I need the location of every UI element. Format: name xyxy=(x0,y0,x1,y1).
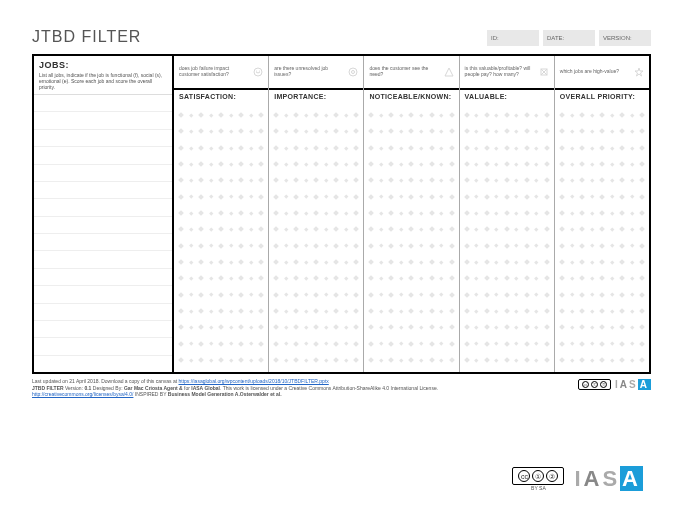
score-columns: does job failure impact customer satisfa… xyxy=(174,56,649,372)
cc-badge-small: cc①② xyxy=(578,379,611,390)
jobs-row[interactable] xyxy=(34,165,172,182)
column-heading: VALUABLE: xyxy=(460,88,554,103)
column-heading: SATISFACTION: xyxy=(174,88,268,103)
jobs-row[interactable] xyxy=(34,304,172,321)
license-link[interactable]: http://creativecommons.org/licenses/bysa… xyxy=(32,391,133,397)
jobs-rows[interactable] xyxy=(34,95,172,372)
score-column: are there unresolved job issues?IMPORTAN… xyxy=(269,56,364,372)
svg-point-4 xyxy=(352,71,355,74)
jobs-instruction: List all jobs, indicate if the job is fu… xyxy=(39,72,167,90)
column-question: does job failure impact customer satisfa… xyxy=(179,66,249,78)
footer-updated: Last updated on 21 April 2018. Download … xyxy=(32,378,179,384)
jobs-row[interactable] xyxy=(34,251,172,268)
column-heading: OVERALL PRIORITY: xyxy=(555,88,649,103)
jobs-row[interactable] xyxy=(34,147,172,164)
column-icon xyxy=(348,67,358,77)
jobs-row[interactable] xyxy=(34,112,172,129)
jobs-row[interactable] xyxy=(34,95,172,112)
jobs-row[interactable] xyxy=(34,182,172,199)
column-icon xyxy=(634,67,644,77)
jobs-row[interactable] xyxy=(34,269,172,286)
cc-badge-large: cc①② BY SA xyxy=(512,467,564,491)
version-field[interactable]: VERSION: xyxy=(599,30,651,46)
jtbd-canvas: JOBS: List all jobs, indicate if the job… xyxy=(32,54,651,374)
column-question: is this valuable/profitable? will people… xyxy=(465,66,535,78)
id-field[interactable]: ID: xyxy=(487,30,539,46)
column-question: which jobs are high-value? xyxy=(560,69,619,75)
column-icon xyxy=(253,67,263,77)
jobs-row[interactable] xyxy=(34,338,172,355)
jobs-row[interactable] xyxy=(34,130,172,147)
score-column: does job failure impact customer satisfa… xyxy=(174,56,269,372)
score-grid[interactable] xyxy=(460,103,554,372)
jobs-row[interactable] xyxy=(34,217,172,234)
footer: Last updated on 21 April 2018. Download … xyxy=(32,378,651,398)
svg-point-0 xyxy=(254,68,262,76)
score-column: which jobs are high-value?OVERALL PRIORI… xyxy=(555,56,649,372)
column-heading: IMPORTANCE: xyxy=(269,88,363,103)
svg-point-1 xyxy=(256,71,257,72)
jobs-row[interactable] xyxy=(34,321,172,338)
download-link[interactable]: https://iasaglobal.org/wpcontent/uploads… xyxy=(179,378,329,384)
jobs-column: JOBS: List all jobs, indicate if the job… xyxy=(34,56,174,372)
footer-text: Last updated on 21 April 2018. Download … xyxy=(32,378,438,398)
column-heading: NOTICEABLE/KNOWN: xyxy=(364,88,458,103)
score-grid[interactable] xyxy=(364,103,458,372)
footer-name: JTBD FILTER xyxy=(32,385,64,391)
iasa-logo-large: IASA xyxy=(574,466,643,492)
score-grid[interactable] xyxy=(174,103,268,372)
svg-point-2 xyxy=(259,71,260,72)
jobs-row[interactable] xyxy=(34,356,172,372)
svg-point-3 xyxy=(349,68,357,76)
iasa-logo-small: IASA xyxy=(615,378,651,391)
jobs-row[interactable] xyxy=(34,199,172,216)
jobs-row[interactable] xyxy=(34,234,172,251)
column-question: does the customer see the need? xyxy=(369,66,439,78)
score-column: does the customer see the need?NOTICEABL… xyxy=(364,56,459,372)
score-grid[interactable] xyxy=(269,103,363,372)
column-icon xyxy=(539,67,549,77)
date-field[interactable]: DATE: xyxy=(543,30,595,46)
score-grid[interactable] xyxy=(555,103,649,372)
column-question: are there unresolved job issues? xyxy=(274,66,344,78)
column-icon xyxy=(444,67,454,77)
meta-fields: ID: DATE: VERSION: xyxy=(487,30,651,46)
jobs-row[interactable] xyxy=(34,286,172,303)
score-column: is this valuable/profitable? will people… xyxy=(460,56,555,372)
jobs-heading: JOBS: xyxy=(39,60,167,70)
page-title: JTBD FILTER xyxy=(32,28,141,46)
